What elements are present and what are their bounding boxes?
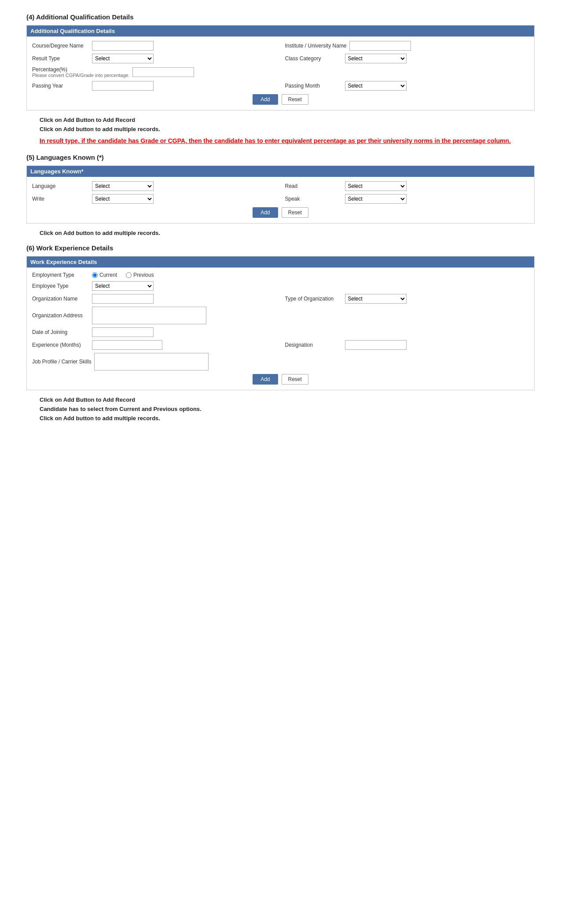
org-address-label: Organization Address bbox=[32, 312, 89, 319]
section6-info2: Candidate has to select from Current and… bbox=[40, 406, 535, 412]
write-select[interactable]: Select bbox=[92, 194, 154, 204]
employee-type-select[interactable]: Select bbox=[92, 281, 154, 291]
date-of-joining-input[interactable] bbox=[92, 327, 154, 337]
institute-university-label: Institute / University Name bbox=[285, 43, 347, 49]
section6-info3: Click on Add button to add multiple reco… bbox=[40, 415, 535, 422]
date-of-joining-label: Date of Joining bbox=[32, 329, 89, 335]
type-of-org-label: Type of Organization bbox=[285, 296, 342, 302]
languages-known-header: Languages Known* bbox=[27, 166, 534, 177]
section4-add-button[interactable]: Add bbox=[253, 94, 278, 105]
work-experience-card: Work Experience Details Employment Type … bbox=[26, 256, 535, 390]
section4-title: (4) Additional Qualification Details bbox=[26, 13, 535, 21]
organization-name-input[interactable] bbox=[92, 294, 154, 304]
institute-university-input[interactable] bbox=[349, 41, 411, 51]
current-label: Current bbox=[99, 272, 117, 278]
result-type-label: Result Type bbox=[32, 55, 89, 62]
previous-radio-label[interactable]: Previous bbox=[126, 272, 154, 278]
additional-qualification-card: Additional Qualification Details Course/… bbox=[26, 25, 535, 110]
section4-warning: In result type, if the candidate has Gra… bbox=[40, 136, 535, 146]
passing-year-label: Passing Year bbox=[32, 83, 89, 89]
designation-input[interactable] bbox=[345, 340, 407, 350]
class-category-label: Class Category bbox=[285, 55, 342, 62]
speak-select[interactable]: Select bbox=[345, 194, 407, 204]
current-radio-label[interactable]: Current bbox=[92, 272, 117, 278]
section6-add-button[interactable]: Add bbox=[253, 374, 278, 385]
class-category-select[interactable]: Select bbox=[345, 54, 407, 63]
additional-qualification-header: Additional Qualification Details bbox=[27, 26, 534, 37]
write-label: Write bbox=[32, 196, 89, 202]
previous-label: Previous bbox=[133, 272, 154, 278]
passing-year-input[interactable] bbox=[92, 81, 154, 91]
org-address-textarea[interactable] bbox=[92, 307, 206, 324]
current-radio[interactable] bbox=[92, 272, 98, 278]
languages-known-card: Languages Known* Language Select Read Se… bbox=[26, 165, 535, 224]
type-of-org-select[interactable]: Select bbox=[345, 294, 407, 304]
work-experience-header: Work Experience Details bbox=[27, 257, 534, 268]
job-profile-textarea[interactable] bbox=[94, 353, 209, 370]
speak-label: Speak bbox=[285, 196, 342, 202]
experience-months-label: Experience (Months) bbox=[32, 342, 89, 348]
employee-type-label: Employee Type bbox=[32, 283, 89, 289]
section5-title: (5) Languages Known (*) bbox=[26, 154, 535, 161]
organization-name-label: Organization Name bbox=[32, 296, 89, 302]
percentage-label: Percentage(%) bbox=[32, 66, 130, 73]
section4-info1: Click on Add Button to Add Record bbox=[40, 117, 535, 123]
experience-months-input[interactable] bbox=[92, 340, 162, 350]
read-select[interactable]: Select bbox=[345, 181, 407, 191]
employment-type-label: Employment Type bbox=[32, 272, 89, 278]
section6-info1: Click on Add Button to Add Record bbox=[40, 396, 535, 403]
course-degree-input[interactable] bbox=[92, 41, 154, 51]
section6-reset-button[interactable]: Reset bbox=[282, 374, 308, 385]
language-label: Language bbox=[32, 183, 89, 189]
previous-radio[interactable] bbox=[126, 272, 132, 278]
read-label: Read bbox=[285, 183, 342, 189]
passing-month-select[interactable]: Select bbox=[345, 81, 407, 91]
section5-reset-button[interactable]: Reset bbox=[282, 207, 308, 218]
percentage-input[interactable] bbox=[132, 67, 194, 77]
result-type-select[interactable]: Select bbox=[92, 54, 154, 63]
percentage-note: Please convert CGPA/Grade into percentag… bbox=[32, 73, 130, 78]
passing-month-label: Passing Month bbox=[285, 83, 342, 89]
course-degree-label: Course/Degree Name bbox=[32, 43, 89, 49]
language-select[interactable]: Select bbox=[92, 181, 154, 191]
section6-title: (6) Work Experience Details bbox=[26, 244, 535, 252]
section4-reset-button[interactable]: Reset bbox=[282, 94, 308, 105]
section5-info1: Click on Add button to add multiple reco… bbox=[40, 230, 535, 236]
section5-add-button[interactable]: Add bbox=[253, 207, 278, 218]
section4-info2: Click on Add button to add multiple reco… bbox=[40, 126, 535, 132]
job-profile-label: Job Profile / Carrier Skills bbox=[32, 359, 92, 365]
designation-label: Designation bbox=[285, 342, 342, 348]
